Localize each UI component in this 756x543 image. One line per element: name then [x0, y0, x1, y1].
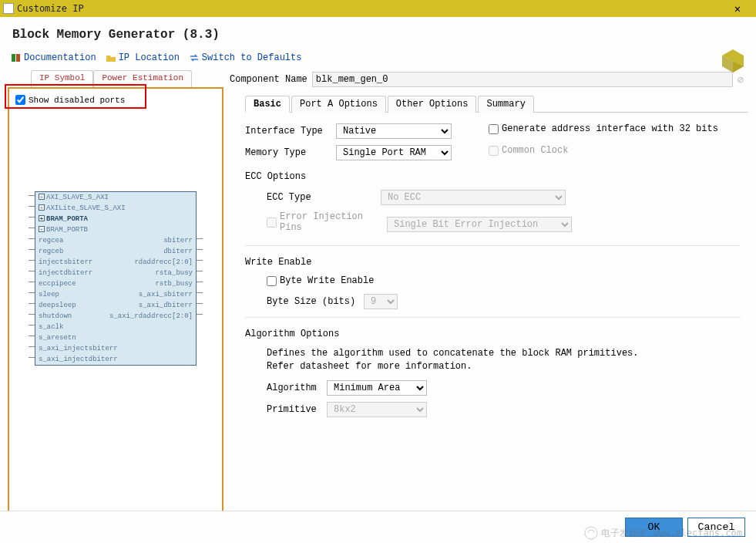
primitive-select: 8kx2 — [327, 402, 427, 417]
vendor-logo-icon — [717, 48, 748, 79]
switch-defaults-label: Switch to Defaults — [202, 52, 302, 63]
basic-tab-body: Interface Type Native Generate address i… — [230, 113, 748, 525]
primitive-label: Primitive — [267, 404, 321, 415]
main-area: Block Memory Generator (8.3) Documentati… — [0, 17, 756, 543]
port-row: shutdowns_axi_rdaddrecc[2:0] — [35, 311, 196, 322]
byte-size-select: 9 — [364, 294, 398, 309]
close-button[interactable]: ✕ — [722, 0, 753, 17]
port-row: s_aclk — [35, 322, 196, 332]
ip-block-diagram: +AXI_SLAVE_S_AXI+AXILite_SLAVE_S_AXI+BRA… — [35, 191, 197, 366]
port-row: +BRAM_PORTB — [35, 224, 196, 235]
port-row: +BRAM_PORTA — [35, 214, 196, 224]
err-inj-pins-label: Error Injection Pins — [280, 211, 381, 233]
port-row: deepsleeps_axi_dbiterr — [35, 300, 196, 311]
algo-desc-2: Refer datasheet for more information. — [267, 360, 741, 373]
err-inj-pins-checkbox — [267, 218, 277, 228]
byte-write-enable-checkbox[interactable] — [267, 276, 277, 286]
memory-type-select[interactable]: Single Port RAM — [336, 145, 452, 160]
algo-desc-1: Defines the algorithm used to concatenat… — [267, 347, 741, 360]
write-enable-title: Write Enable — [245, 257, 741, 268]
port-row: s_axi_injectdbiterr — [35, 354, 196, 365]
documentation-label: Documentation — [24, 52, 96, 63]
ip-location-label: IP Location — [119, 52, 180, 63]
common-clock-label: Common Clock — [502, 145, 568, 156]
port-row: +AXILite_SLAVE_S_AXI — [35, 203, 196, 214]
ok-button[interactable]: OK — [625, 518, 683, 537]
gen-addr-32-checkbox[interactable] — [489, 124, 499, 134]
book-icon — [11, 52, 22, 63]
arrows-icon — [189, 52, 200, 63]
ip-heading: Block Memory Generator (8.3) — [0, 17, 756, 49]
left-column: IP Symbol Power Estimation Show disabled… — [8, 70, 223, 525]
tab-basic[interactable]: Basic — [245, 96, 290, 113]
switch-defaults-link[interactable]: Switch to Defaults — [189, 52, 302, 63]
interface-type-select[interactable]: Native — [336, 123, 452, 139]
gen-addr-32-label: Generate address interface with 32 bits — [502, 123, 718, 134]
footer: OK Cancel — [0, 511, 756, 543]
svg-rect-3 — [16, 54, 20, 62]
ecc-type-select: No ECC — [381, 190, 566, 205]
port-row: injectdbiterrrsta_busy — [35, 268, 196, 278]
write-enable-section: Write Enable Byte Write Enable Byte Size… — [245, 257, 741, 309]
algorithm-section: Algorithm Options Defines the algorithm … — [245, 329, 741, 417]
port-row: sleeps_axi_sbiterr — [35, 289, 196, 300]
port-row: injectsbiterrrdaddrecc[2:0] — [35, 257, 196, 268]
svg-rect-2 — [12, 54, 15, 62]
highlight-box — [5, 84, 146, 109]
algorithm-title: Algorithm Options — [245, 329, 741, 339]
cancel-button[interactable]: Cancel — [687, 518, 745, 537]
interface-type-label: Interface Type — [245, 126, 330, 137]
common-clock-checkbox — [489, 146, 499, 156]
tab-port-a-options[interactable]: Port A Options — [291, 96, 386, 113]
documentation-link[interactable]: Documentation — [11, 52, 96, 63]
byte-write-enable-label: Byte Write Enable — [280, 275, 374, 286]
ecc-section: ECC Options ECC Type No ECC Error Inject… — [245, 171, 741, 238]
ecc-title: ECC Options — [245, 171, 741, 182]
algorithm-label: Algorithm — [267, 383, 321, 393]
ecc-type-label: ECC Type — [267, 192, 375, 203]
option-tabs: Basic Port A Options Other Options Summa… — [245, 95, 748, 113]
err-inj-type-select: Single Bit Error Injection — [387, 217, 572, 232]
component-name-input[interactable] — [312, 72, 733, 87]
toolbar: Documentation IP Location Switch to Defa… — [0, 49, 756, 70]
port-row: regcebdbiterr — [35, 246, 196, 257]
component-name-label: Component Name — [230, 74, 307, 85]
folder-icon — [106, 52, 116, 63]
port-row: s_aresetn — [35, 332, 196, 343]
memory-type-label: Memory Type — [245, 147, 330, 158]
port-row: eccpipecerstb_busy — [35, 278, 196, 289]
app-icon — [3, 3, 14, 14]
algorithm-select[interactable]: Minimum Area — [327, 380, 427, 396]
ip-symbol-panel: Show disabled ports +AXI_SLAVE_S_AXI+AXI… — [8, 87, 223, 525]
tab-summary[interactable]: Summary — [478, 96, 533, 113]
port-row: regceasbiterr — [35, 235, 196, 246]
port-row: s_axi_injectsbiterr — [35, 343, 196, 354]
title-bar: Customize IP ✕ — [0, 0, 756, 17]
tab-other-options[interactable]: Other Options — [388, 96, 477, 113]
right-column: Component Name ⊘ Basic Port A Options Ot… — [230, 70, 748, 525]
port-row: +AXI_SLAVE_S_AXI — [35, 192, 196, 203]
byte-size-label: Byte Size (bits) — [267, 296, 358, 307]
title-bar-text: Customize IP — [17, 3, 84, 14]
ip-location-link[interactable]: IP Location — [106, 52, 180, 63]
